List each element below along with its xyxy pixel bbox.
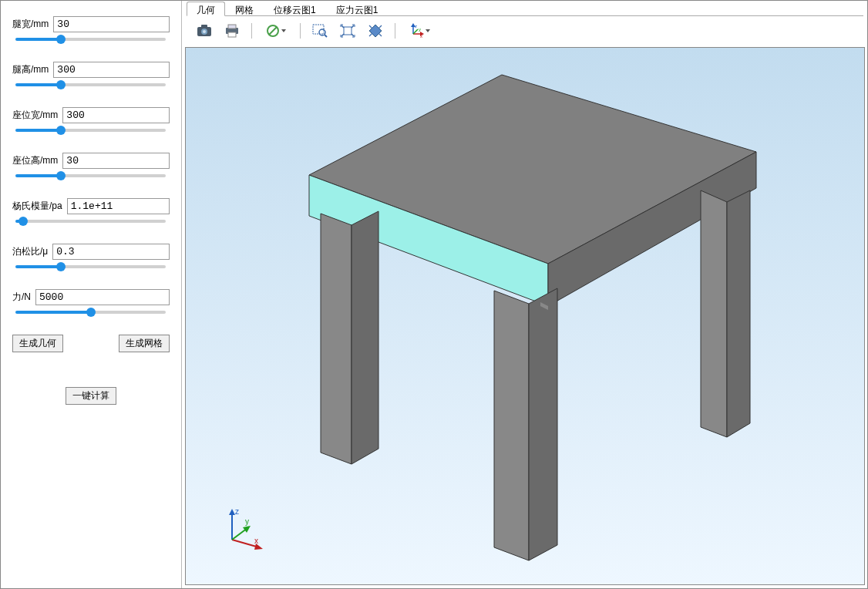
leg-width-label: 腿宽/mm	[12, 18, 49, 31]
svg-point-3	[203, 30, 206, 33]
svg-text:y: y	[419, 27, 421, 32]
geometry-model	[186, 48, 864, 580]
force-slider[interactable]	[15, 307, 166, 318]
young-modulus-label: 杨氏模量/pa	[12, 200, 62, 213]
seat-height-input[interactable]	[62, 153, 170, 169]
seat-width-input[interactable]	[62, 107, 170, 123]
svg-line-18	[413, 29, 418, 34]
axis-x-label: x	[254, 537, 258, 545]
svg-marker-29	[494, 291, 529, 560]
generate-geometry-button[interactable]: 生成几何	[12, 335, 63, 352]
seat-height-label: 座位高/mm	[12, 154, 58, 167]
poisson-ratio-label: 泊松比/μ	[12, 245, 48, 258]
chevron-down-icon	[426, 29, 430, 32]
poisson-ratio-slider[interactable]	[15, 261, 166, 272]
disable-icon[interactable]	[260, 21, 292, 41]
poisson-ratio-input[interactable]	[52, 244, 170, 260]
svg-marker-33	[229, 509, 235, 515]
svg-line-8	[269, 27, 277, 35]
svg-rect-6	[228, 32, 236, 37]
seat-width-slider[interactable]	[15, 125, 166, 136]
young-modulus-input[interactable]	[67, 198, 170, 214]
zoom-extent-icon[interactable]	[336, 21, 359, 41]
svg-line-11	[325, 35, 327, 37]
svg-marker-28	[727, 190, 750, 437]
tab-bar: 几何 网格 位移云图1 应力云图1	[187, 1, 863, 16]
svg-rect-5	[228, 25, 236, 29]
parameter-sidebar: 腿宽/mm 腿高/mm 座位宽/mm 座位高/mm 杨氏模量/pa 泊松比/μ …	[1, 1, 182, 588]
tab-displacement[interactable]: 位移云图1	[264, 2, 326, 16]
svg-text:z: z	[415, 24, 417, 29]
seat-width-label: 座位宽/mm	[12, 109, 58, 122]
compute-button[interactable]: 一键计算	[66, 387, 116, 405]
tab-mesh[interactable]: 网格	[225, 2, 264, 16]
svg-marker-13	[369, 25, 382, 37]
leg-width-slider[interactable]	[15, 34, 166, 45]
tab-stress[interactable]: 应力云图1	[326, 2, 389, 16]
viewport-3d[interactable]: z x y	[185, 47, 865, 585]
svg-text:x: x	[420, 34, 422, 39]
svg-marker-25	[321, 214, 352, 464]
tab-geometry[interactable]: 几何	[187, 2, 225, 16]
main-panel: 几何 网格 位移云图1 应力云图1 zyx	[182, 1, 868, 588]
force-input[interactable]	[35, 289, 170, 305]
svg-marker-37	[243, 526, 251, 533]
svg-marker-27	[701, 190, 727, 437]
zoom-select-icon[interactable]	[364, 21, 387, 41]
svg-marker-26	[352, 211, 378, 464]
force-label: 力/N	[12, 291, 31, 304]
print-icon[interactable]	[220, 21, 244, 41]
chevron-down-icon	[281, 29, 286, 32]
generate-mesh-button[interactable]: 生成网格	[119, 335, 170, 352]
axes-indicator: z x y	[220, 505, 267, 554]
leg-width-input[interactable]	[53, 16, 170, 32]
toolbar: zyx	[187, 18, 863, 44]
svg-rect-12	[344, 27, 352, 35]
svg-rect-1	[201, 25, 207, 28]
axes-icon[interactable]: zyx	[403, 21, 436, 41]
svg-marker-30	[529, 288, 557, 560]
axis-z-label: z	[235, 507, 239, 516]
leg-height-input[interactable]	[53, 62, 170, 78]
screenshot-icon[interactable]	[193, 21, 216, 41]
seat-height-slider[interactable]	[15, 170, 166, 181]
zoom-window-icon[interactable]	[308, 21, 331, 41]
axis-y-label: y	[245, 517, 249, 526]
svg-point-10	[319, 29, 325, 35]
leg-height-slider[interactable]	[15, 79, 166, 90]
leg-height-label: 腿高/mm	[12, 63, 49, 76]
young-modulus-slider[interactable]	[15, 216, 166, 227]
